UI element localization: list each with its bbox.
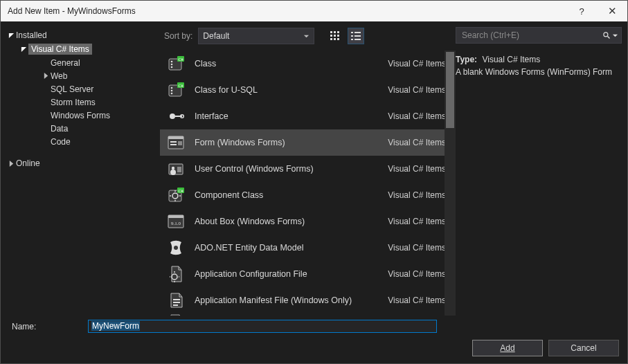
- name-label: Name:: [12, 322, 84, 331]
- template-language: Visual C# Items: [388, 59, 446, 69]
- tree-leaf-windows-forms[interactable]: Windows Forms: [30, 109, 157, 122]
- template-language: Visual C# Items: [388, 269, 446, 279]
- template-language: Visual C# Items: [388, 217, 446, 226]
- svg-rect-0: [330, 31, 332, 33]
- template-name: User Control (Windows Forms): [195, 164, 378, 174]
- main-area: Installed Visual C# Items GeneralWebSQL …: [1, 21, 627, 316]
- interface-icon: [167, 107, 185, 125]
- template-item[interactable]: Class for U-SQLVisual C# Items: [160, 77, 456, 103]
- template-item[interactable]: InterfaceVisual C# Items: [160, 103, 456, 129]
- template-description: A blank Windows Forms (WinForms) Form: [456, 66, 620, 78]
- center-toolbar: Sort by: Default: [160, 21, 456, 46]
- manifest-icon: [167, 291, 185, 309]
- svg-point-15: [604, 33, 608, 37]
- tree-leaf-storm-items[interactable]: Storm Items: [30, 95, 157, 109]
- template-item[interactable]: Application Configuration FileVisual C# …: [160, 261, 456, 287]
- help-button[interactable]: ?: [566, 1, 597, 21]
- template-item[interactable]: Component ClassVisual C# Items: [160, 182, 456, 208]
- add-new-item-dialog: { "title": "Add New Item - MyWindowsForm…: [0, 0, 628, 364]
- about-icon: [167, 212, 185, 230]
- template-item[interactable]: Application Manifest File (Windows Only)…: [160, 287, 456, 313]
- close-button[interactable]: ✕: [597, 1, 627, 21]
- tree-label: Online: [16, 158, 40, 168]
- tree-label: Installed: [16, 30, 47, 40]
- tree-leaf-web[interactable]: Web: [30, 69, 157, 82]
- template-item[interactable]: User Control (Windows Forms)Visual C# It…: [160, 156, 456, 182]
- svg-rect-12: [355, 35, 361, 37]
- template-name: ADO.NET Entity Data Model: [195, 243, 378, 253]
- template-name: Interface: [195, 111, 378, 121]
- template-item[interactable]: Form (Windows Forms)Visual C# Items: [160, 129, 456, 156]
- name-row: Name: MyNewForm: [12, 320, 619, 333]
- svg-rect-5: [337, 35, 339, 37]
- svg-rect-6: [330, 38, 332, 40]
- scrollbar-thumb[interactable]: [446, 52, 454, 128]
- usercontrol-icon: [167, 160, 185, 178]
- svg-rect-9: [351, 32, 353, 33]
- tree-node-installed[interactable]: Installed: [5, 28, 157, 42]
- category-tree: Installed Visual C# Items GeneralWebSQL …: [1, 21, 160, 316]
- template-info: Type: Visual C# Items A blank Windows Fo…: [456, 46, 627, 78]
- svg-rect-11: [351, 35, 353, 37]
- svg-rect-8: [337, 38, 339, 40]
- dialog-buttons: Add Cancel: [12, 340, 619, 356]
- template-name: Class for U-SQL: [195, 85, 378, 95]
- chevron-down-icon[interactable]: [612, 33, 618, 39]
- expand-icon: [6, 33, 16, 39]
- form-icon: [167, 134, 185, 152]
- add-button[interactable]: Add: [472, 340, 543, 356]
- template-item[interactable]: ADO.NET Entity Data ModelVisual C# Items: [160, 235, 456, 261]
- details-panel: Search (Ctrl+E) Type: Visual C# Items A …: [456, 21, 627, 316]
- class-icon: [167, 55, 185, 73]
- type-value: Visual C# Items: [482, 55, 540, 64]
- template-language: Visual C# Items: [388, 85, 446, 95]
- svg-rect-14: [355, 39, 361, 40]
- svg-rect-7: [334, 38, 336, 40]
- view-small-list-button[interactable]: [348, 28, 364, 44]
- svg-rect-2: [337, 31, 339, 33]
- vertical-scrollbar[interactable]: [445, 51, 456, 316]
- template-name: About Box (Windows Forms): [195, 217, 378, 226]
- bottom-panel: Name: MyNewForm Add Cancel: [1, 316, 627, 363]
- center-panel: Sort by: Default ClassVisual C# ItemsCla…: [160, 21, 456, 316]
- tree-leaf-code[interactable]: Code: [30, 135, 157, 148]
- tree-leaf-sql-server[interactable]: SQL Server: [30, 82, 157, 95]
- class-icon: [167, 81, 185, 99]
- template-name: Class: [195, 59, 378, 69]
- expand-icon: [19, 46, 28, 53]
- config-icon: [167, 265, 185, 283]
- template-name: Form (Windows Forms): [195, 138, 378, 147]
- template-item[interactable]: ClassVisual C# Items: [160, 51, 456, 77]
- svg-rect-1: [334, 31, 336, 33]
- template-list: ClassVisual C# ItemsClass for U-SQLVisua…: [160, 51, 456, 316]
- template-language: Visual C# Items: [388, 295, 446, 305]
- tree-node-csharp-items[interactable]: Visual C# Items: [17, 42, 157, 56]
- collapse-icon: [6, 161, 16, 167]
- tree-leaf-general[interactable]: General: [30, 56, 157, 69]
- chevron-down-icon: [303, 33, 309, 39]
- sort-by-dropdown[interactable]: Default: [198, 28, 314, 44]
- template-name: Component Class: [195, 190, 378, 200]
- template-language: Visual C# Items: [388, 138, 446, 147]
- search-input[interactable]: Search (Ctrl+E): [456, 27, 622, 44]
- name-input[interactable]: MyNewForm: [88, 320, 437, 333]
- type-label: Type:: [456, 55, 477, 64]
- window-title: Add New Item - MyWindowsForms: [8, 6, 566, 16]
- template-language: Visual C# Items: [388, 164, 446, 174]
- template-name: Application Configuration File: [195, 269, 378, 279]
- svg-rect-3: [330, 35, 332, 37]
- sort-by-value: Default: [203, 31, 229, 41]
- svg-rect-10: [355, 32, 361, 33]
- template-language: Visual C# Items: [388, 190, 446, 200]
- cancel-button[interactable]: Cancel: [548, 340, 619, 356]
- template-item[interactable]: [160, 313, 456, 316]
- search-icon: [602, 31, 611, 39]
- name-input-value: MyNewForm: [91, 321, 140, 331]
- svg-rect-4: [334, 35, 336, 37]
- template-item[interactable]: About Box (Windows Forms)Visual C# Items: [160, 208, 456, 235]
- component-icon: [167, 186, 185, 204]
- tree-leaf-data[interactable]: Data: [30, 122, 157, 135]
- view-medium-icons-button[interactable]: [327, 28, 343, 44]
- svg-line-16: [608, 37, 610, 39]
- tree-node-online[interactable]: Online: [5, 156, 157, 170]
